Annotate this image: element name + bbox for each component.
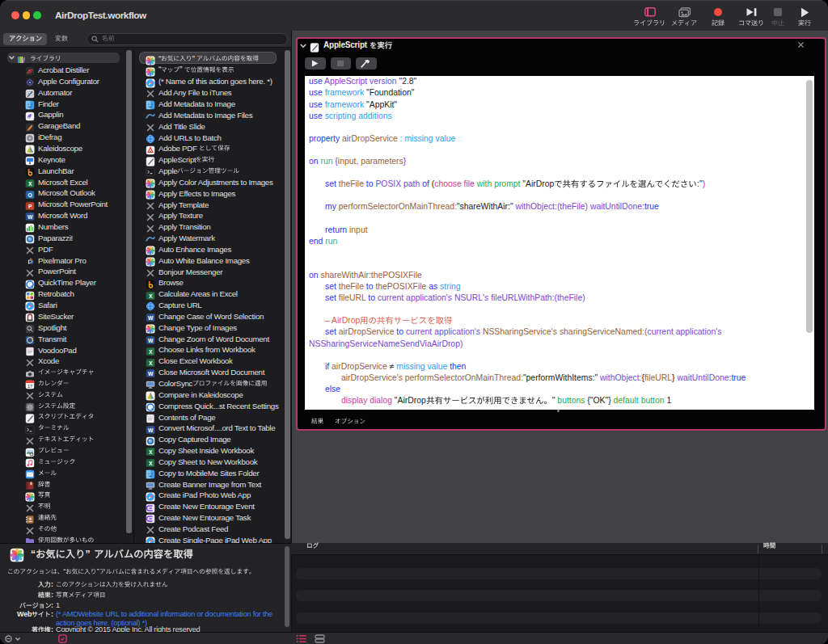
svg-text:W: W xyxy=(148,315,154,321)
svg-text:X: X xyxy=(28,180,32,186)
svg-text:O: O xyxy=(28,192,32,197)
svg-text:W: W xyxy=(27,214,33,220)
svg-text:X: X xyxy=(149,360,153,365)
svg-text:X: X xyxy=(149,348,153,354)
svg-text:X: X xyxy=(149,293,153,298)
svg-text:W: W xyxy=(148,337,154,343)
svg-text:X: X xyxy=(149,461,153,466)
svg-text:X: X xyxy=(149,449,153,455)
svg-text:W: W xyxy=(148,371,154,377)
svg-text:W: W xyxy=(148,427,154,432)
svg-text:P: P xyxy=(28,203,32,208)
